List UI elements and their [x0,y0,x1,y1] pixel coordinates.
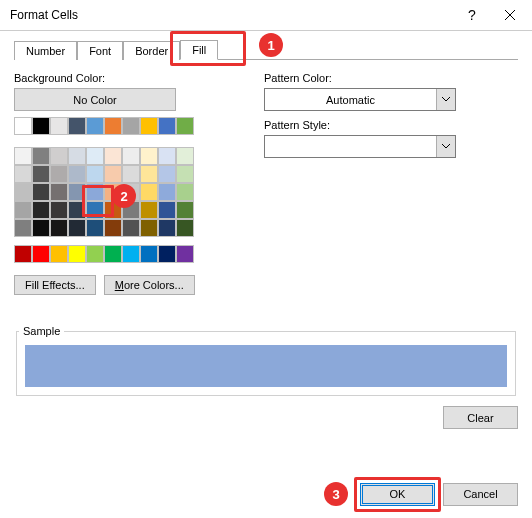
color-swatch[interactable] [32,147,50,165]
color-swatch[interactable] [50,117,68,135]
color-swatch[interactable] [50,201,68,219]
color-swatch[interactable] [86,165,104,183]
color-swatch[interactable] [158,201,176,219]
color-swatch[interactable] [50,183,68,201]
no-color-button[interactable]: No Color [14,88,176,111]
close-icon [505,10,515,20]
color-swatch[interactable] [14,245,32,263]
color-swatch[interactable] [122,201,140,219]
window-title: Format Cells [10,8,78,22]
pattern-color-dropdown[interactable]: Automatic [264,88,456,111]
color-swatch[interactable] [140,183,158,201]
color-swatch[interactable] [104,183,122,201]
color-swatch[interactable] [32,165,50,183]
sample-group: Sample [16,325,516,396]
color-swatch[interactable] [140,219,158,237]
more-colors-button[interactable]: More Colors... [104,275,195,295]
annotation-badge-3: 3 [324,482,348,506]
color-swatch[interactable] [86,117,104,135]
sample-preview [25,345,507,387]
chevron-down-icon [436,89,455,110]
color-swatch[interactable] [68,245,86,263]
color-swatch[interactable] [14,219,32,237]
sample-label: Sample [19,325,64,337]
color-swatch[interactable] [122,183,140,201]
pattern-color-label: Pattern Color: [264,72,518,84]
color-swatch[interactable] [158,165,176,183]
color-swatch[interactable] [176,147,194,165]
color-swatch[interactable] [176,201,194,219]
color-swatch[interactable] [50,245,68,263]
color-swatch[interactable] [32,245,50,263]
color-swatch[interactable] [104,147,122,165]
color-swatch[interactable] [14,201,32,219]
color-palette-theme [14,147,224,237]
color-swatch[interactable] [86,147,104,165]
color-swatch[interactable] [68,165,86,183]
color-swatch[interactable] [32,183,50,201]
color-swatch[interactable] [158,245,176,263]
color-palette-standard [14,245,224,263]
color-swatch[interactable] [176,117,194,135]
color-swatch[interactable] [86,183,104,201]
tab-font[interactable]: Font [77,41,123,60]
color-swatch[interactable] [32,117,50,135]
color-swatch[interactable] [104,117,122,135]
tab-border[interactable]: Border [123,41,180,60]
color-swatch[interactable] [140,245,158,263]
ok-button[interactable]: OK [360,483,435,506]
color-swatch[interactable] [140,147,158,165]
fill-effects-button[interactable]: Fill Effects... [14,275,96,295]
color-swatch[interactable] [176,219,194,237]
color-swatch[interactable] [104,201,122,219]
clear-button[interactable]: Clear [443,406,518,429]
color-swatch[interactable] [86,219,104,237]
help-button[interactable]: ? [457,0,487,30]
color-swatch[interactable] [68,201,86,219]
color-swatch[interactable] [86,245,104,263]
color-swatch[interactable] [176,245,194,263]
color-swatch[interactable] [68,147,86,165]
close-button[interactable] [487,0,532,30]
tab-number[interactable]: Number [14,41,77,60]
color-swatch[interactable] [68,117,86,135]
pattern-color-value: Automatic [265,94,436,106]
color-palette-auto [14,117,224,135]
color-swatch[interactable] [32,201,50,219]
color-swatch[interactable] [140,117,158,135]
color-swatch[interactable] [176,183,194,201]
tab-fill[interactable]: Fill [180,40,218,60]
color-swatch[interactable] [86,201,104,219]
cancel-button[interactable]: Cancel [443,483,518,506]
titlebar: Format Cells ? [0,0,532,31]
color-swatch[interactable] [50,219,68,237]
color-swatch[interactable] [158,183,176,201]
color-swatch[interactable] [104,245,122,263]
color-swatch[interactable] [14,165,32,183]
color-swatch[interactable] [122,117,140,135]
color-swatch[interactable] [158,117,176,135]
color-swatch[interactable] [158,147,176,165]
color-swatch[interactable] [176,165,194,183]
color-swatch[interactable] [50,165,68,183]
color-swatch[interactable] [32,219,50,237]
pattern-style-dropdown[interactable] [264,135,456,158]
color-swatch[interactable] [68,183,86,201]
color-swatch[interactable] [122,219,140,237]
color-swatch[interactable] [14,117,32,135]
pattern-style-label: Pattern Style: [264,119,518,131]
color-swatch[interactable] [122,245,140,263]
color-swatch[interactable] [158,219,176,237]
color-swatch[interactable] [140,165,158,183]
tab-strip: Number Font Border Fill 1 [14,37,518,60]
color-swatch[interactable] [104,165,122,183]
color-swatch[interactable] [104,219,122,237]
color-swatch[interactable] [68,219,86,237]
color-swatch[interactable] [122,165,140,183]
color-swatch[interactable] [14,183,32,201]
color-swatch[interactable] [122,147,140,165]
color-swatch[interactable] [140,201,158,219]
background-color-label: Background Color: [14,72,224,84]
color-swatch[interactable] [14,147,32,165]
color-swatch[interactable] [50,147,68,165]
